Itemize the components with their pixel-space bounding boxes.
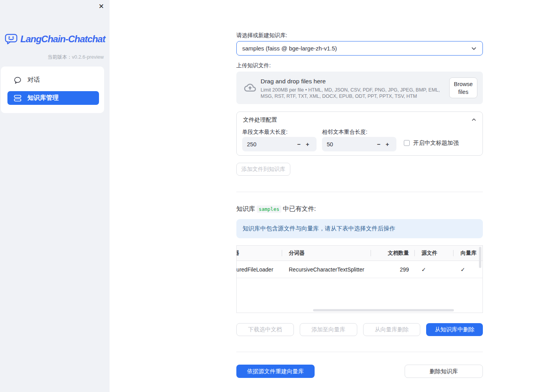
sidebar: ✕ LangChain-Chatchat 当前版本：v0.2.6-preview [0, 0, 110, 392]
delete-from-kb-button[interactable]: 从知识库中删除 [426, 323, 483, 336]
kb-files-table[interactable]: 文档加载器 分词器 文档数量 源文件 向量库 UnstructuredFileL… [236, 245, 483, 313]
chevron-up-icon[interactable] [471, 117, 477, 122]
overlap-size-input[interactable]: 50 − + [322, 137, 396, 151]
expander-title[interactable]: 文件处理配置 [243, 116, 277, 124]
app-title: LangChain-Chatchat [20, 34, 105, 45]
app-root: ✕ LangChain-Chatchat 当前版本：v0.2.6-preview [0, 0, 540, 392]
chunk-size-input[interactable]: 250 − + [242, 137, 317, 151]
add-files-to-kb-button[interactable]: 添加文件到知识库 [236, 163, 290, 176]
cloud-upload-icon [243, 82, 257, 94]
table-row[interactable]: UnstructuredFileLoader RecursiveCharacte… [237, 261, 482, 278]
overlap-size-label: 相邻文本重合长度: [322, 129, 367, 136]
kb-selectbox[interactable]: samples (faiss @ bge-large-zh-v1.5) [236, 41, 483, 56]
sidebar-item-label: 知识库管理 [27, 94, 59, 102]
cell-splitter[interactable]: RecursiveCharacterTextSplitter [282, 261, 371, 278]
version-text: 当前版本：v0.2.6-preview [47, 54, 104, 61]
dropzone-title: Drag and drop files here [261, 78, 326, 85]
sidebar-item-label: 对话 [27, 76, 40, 84]
file-dropzone[interactable]: Drag and drop files here Limit 200MB per… [236, 72, 483, 104]
chunk-size-value: 250 [247, 141, 295, 147]
zh-title-checkbox-row: 开启中文标题加强 [404, 139, 459, 147]
sidebar-menu: 对话 知识库管理 [1, 67, 104, 113]
browse-files-button[interactable]: Browse files [449, 77, 477, 98]
col-header-splitter[interactable]: 分词器 [282, 246, 371, 261]
kb-name-code: samples [257, 205, 281, 213]
cell-loader[interactable]: UnstructuredFileLoader [237, 261, 282, 278]
kb-select-label: 请选择或新建知识库: [236, 32, 287, 39]
info-banner: 知识库中包含源文件与向量库，请从下表中选择文件后操作 [236, 219, 483, 238]
cell-source-file-check[interactable]: ✓ [414, 261, 453, 278]
add-to-vectorstore-button[interactable]: 添加至向量库 [300, 323, 357, 336]
kb-selectbox-value: samples (faiss @ bge-large-zh-v1.5) [242, 45, 471, 52]
horizontal-scrollbar[interactable] [313, 309, 454, 311]
col-header-source-file[interactable]: 源文件 [414, 246, 453, 261]
chat-smiley-logo-icon [5, 34, 18, 45]
stacked-bars-icon [14, 94, 22, 102]
overlap-size-value: 50 [327, 141, 374, 147]
rebuild-vectorstore-button[interactable]: 依据源文件重建向量库 [236, 365, 315, 378]
vertical-scrollbar[interactable] [479, 247, 481, 268]
divider [236, 192, 483, 192]
zh-title-checkbox[interactable] [404, 140, 410, 146]
chunk-size-label: 单段文本最大长度: [242, 129, 288, 136]
divider [236, 352, 483, 352]
col-header-vector-store[interactable]: 向量库 [453, 246, 482, 261]
sidebar-item-dialogue[interactable]: 对话 [7, 73, 99, 87]
dropzone-hint: Limit 200MB per file • HTML, MD, JSON, C… [261, 87, 448, 99]
sidebar-item-kb-management[interactable]: 知识库管理 [7, 91, 99, 105]
decrement-button[interactable]: − [374, 141, 383, 147]
col-header-docs-count[interactable]: 文档数量 [371, 246, 414, 261]
kb-files-heading: 知识库samples中已有文件: [236, 205, 316, 213]
chevron-down-icon [471, 45, 477, 52]
col-header-loader[interactable]: 文档加载器 [237, 246, 282, 261]
file-action-buttons: 下载选中文档 添加至向量库 从向量库删除 从知识库中删除 [236, 323, 483, 336]
delete-from-vectorstore-button[interactable]: 从向量库删除 [363, 323, 421, 336]
delete-kb-button[interactable]: 删除知识库 [405, 365, 483, 378]
zh-title-checkbox-label: 开启中文标题加强 [413, 139, 459, 147]
cell-vector-store-check[interactable]: ✓ [453, 261, 482, 278]
file-config-expander: 文件处理配置 单段文本最大长度: 相邻文本重合长度: 250 − + 50 − … [236, 111, 483, 156]
speech-bubble-icon [14, 76, 22, 84]
table-header-row: 文档加载器 分词器 文档数量 源文件 向量库 [237, 246, 482, 261]
increment-button[interactable]: + [303, 141, 312, 147]
app-logo: LangChain-Chatchat [5, 34, 105, 45]
download-selected-button[interactable]: 下载选中文档 [236, 323, 294, 336]
increment-button[interactable]: + [383, 141, 392, 147]
sidebar-close-icon[interactable]: ✕ [99, 3, 104, 11]
decrement-button[interactable]: − [295, 141, 303, 147]
upload-label: 上传知识文件: [236, 62, 271, 69]
cell-docs-count[interactable]: 299 [371, 261, 414, 278]
